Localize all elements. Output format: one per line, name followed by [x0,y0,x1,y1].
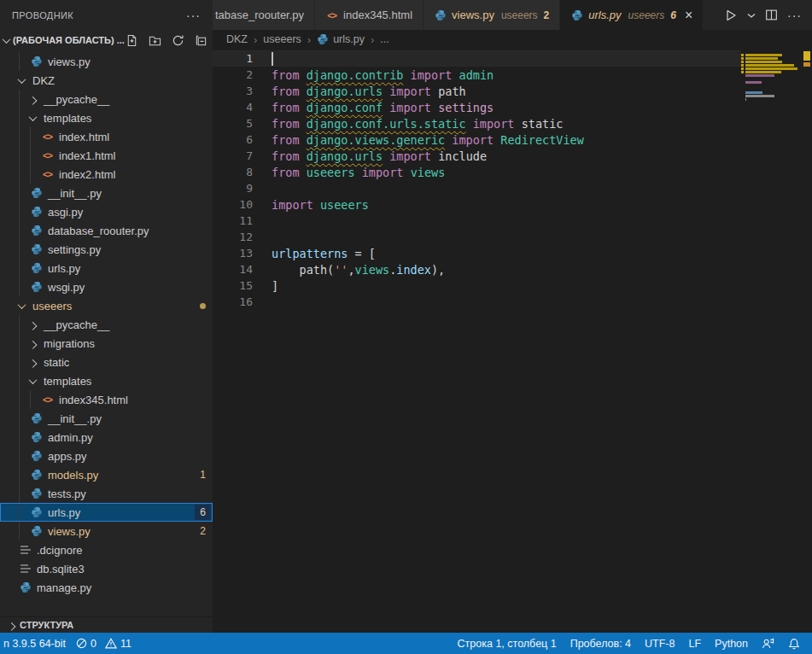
problems-badge: 6 [195,505,211,520]
tree-item-DKZ[interactable]: DKZ [0,71,213,90]
tree-item-views.py[interactable]: views.py2 [0,522,213,540]
tree-item-tests.py[interactable]: tests.py [0,484,213,503]
tree-item-db.sqlite3[interactable]: db.sqlite3 [0,559,213,578]
indent-guide [19,259,30,277]
tree-item-templates[interactable]: templates [0,108,213,127]
code-line-4[interactable]: 4from django.conf import settings [213,99,741,115]
tree-item-__init__.py[interactable]: __init__.py [0,409,213,428]
indent-guide [19,146,30,165]
code-line-3[interactable]: 3from django.urls import path [213,83,741,99]
tree-item-label: settings.py [48,243,101,256]
code-line-14[interactable]: 14 path('',views.index), [213,261,741,277]
new-file-icon[interactable] [125,32,140,48]
eol-status[interactable]: LF [683,633,706,654]
tree-item-templates[interactable]: templates [0,371,213,390]
code-line-11[interactable]: 11 [213,213,741,229]
workspace-section-header[interactable]: (РАБОЧАЯ ОБЛАСТЬ) ... [0,30,213,50]
more-actions-icon[interactable]: ··· [786,7,803,24]
outline-section-header[interactable]: СТРУКТУРА [0,616,213,633]
tree-item-__init__.py[interactable]: __init__.py [0,184,213,202]
indent-guide [19,353,30,371]
breadcrumb-item-useeers[interactable]: useeers [263,33,301,45]
tree-item-__pycache__[interactable]: __pycache__ [0,90,213,108]
tree-item-apps.py[interactable]: apps.py [0,447,213,465]
breadcrumb-item-urls.py[interactable]: urls.py [317,33,365,45]
tree-item-migrations[interactable]: migrations [0,334,213,353]
file-tree: views.pyDKZ__pycache__templates<>index.h… [0,50,213,616]
main-area: ПРОВОДНИК ··· (РАБОЧАЯ ОБЛАСТЬ) ... [0,0,812,633]
tree-item-urls.py[interactable]: urls.py [0,259,213,277]
tree-item-urls.py[interactable]: urls.py6 [0,503,213,522]
line-text: path('',views.index), [272,263,445,277]
minimap[interactable] [741,50,801,105]
code-line-13[interactable]: 13urlpatterns = [ [213,245,741,261]
tree-item-index2.html[interactable]: <>index2.html [0,165,213,184]
collapse-all-icon[interactable] [194,32,209,48]
run-button[interactable] [722,7,739,24]
breadcrumb-item-DKZ[interactable]: DKZ [226,33,248,45]
notifications-bell-icon[interactable] [783,633,805,654]
code-line-15[interactable]: 15] [213,277,741,294]
tree-item-index345.html[interactable]: <>index345.html [0,390,213,409]
code-line-9[interactable]: 9 [213,180,741,196]
code-line-1[interactable]: 1 [213,50,741,67]
tree-item-views.py[interactable]: views.py [0,52,213,71]
line-number: 14 [213,263,253,276]
problems-status[interactable]: 0 11 [71,633,137,654]
code-line-12[interactable]: 12 [213,229,741,245]
chevron-down-icon [30,378,44,384]
line-text: from django.urls import path [272,85,466,98]
breadcrumb-item-...[interactable]: ... [380,33,388,45]
code-line-6[interactable]: 6from django.views.generic import Redire… [213,131,741,148]
cursor-position-status[interactable]: Строка 1, столбец 1 [453,633,562,654]
tree-item-label: __init__.py [48,187,102,200]
tree-item-index1.html[interactable]: <>index1.html [0,146,213,165]
code-line-16[interactable]: 16 [213,294,741,310]
tab-urls.py[interactable]: urls.pyuseeers6× [560,0,703,30]
tab-bar: tabase_roouter.py<>index345.htmlviews.py… [213,0,812,30]
tree-item-settings.py[interactable]: settings.py [0,240,213,259]
code-line-7[interactable]: 7from django.urls import include [213,148,741,164]
code-line-2[interactable]: 2from django.contrib import admin [213,67,741,83]
split-editor-icon[interactable] [763,7,780,23]
tree-item-models.py[interactable]: models.py1 [0,465,213,484]
tab-label: urls.py [588,9,621,21]
tree-item-index.html[interactable]: <>index.html [0,127,213,146]
indentation-status[interactable]: Пробелов: 4 [565,633,636,654]
tree-item-useeers[interactable]: useeers [0,296,213,315]
new-folder-icon[interactable] [148,32,163,48]
minimap-line [741,61,801,63]
indent-guide [19,127,30,146]
scrollbar-overview-ruler[interactable] [801,49,812,633]
file-icon [19,563,32,575]
tree-item-asgi.py[interactable]: asgi.py [0,202,213,221]
tree-item-label: views.py [48,55,91,68]
tree-item-label: manage.py [37,581,91,594]
refresh-icon[interactable] [171,32,186,48]
explorer-more-actions-icon[interactable]: ··· [186,9,201,22]
run-dropdown-chevron-icon[interactable] [745,10,757,20]
code-line-5[interactable]: 5from django.conf.urls.static import sta… [213,115,741,131]
tree-item-static[interactable]: static [0,353,213,371]
code-line-8[interactable]: 8from useeers import views [213,164,741,180]
python-file-icon [30,55,43,68]
tab-index345.html[interactable]: <>index345.html [315,0,423,30]
python-interpreter-status[interactable]: n 3.9.5 64-bit [0,633,71,654]
tree-item-database_roouter.py[interactable]: database_roouter.py [0,221,213,240]
tree-item-manage.py[interactable]: manage.py [0,578,213,597]
minimap-line [741,64,801,67]
tab-views.py[interactable]: views.pyuseeers2 [424,0,559,30]
tree-item-admin.py[interactable]: admin.py [0,428,213,447]
indent-guide [19,503,30,522]
tree-item-wsgi.py[interactable]: wsgi.py [0,277,213,296]
tab-tabase_roouter.py[interactable]: tabase_roouter.py [213,0,314,30]
encoding-status[interactable]: UTF-8 [640,633,680,654]
tree-item-__pycache__[interactable]: __pycache__ [0,315,213,334]
tree-item-.dcignore[interactable]: .dcignore [0,540,213,559]
line-number: 16 [213,295,253,308]
feedback-icon[interactable] [757,633,780,654]
language-mode-status[interactable]: Python [710,633,753,654]
code-editor[interactable]: 12from django.contrib import admin3from … [213,49,812,633]
close-icon[interactable]: × [685,9,692,22]
code-line-10[interactable]: 10import useeers [213,196,741,213]
